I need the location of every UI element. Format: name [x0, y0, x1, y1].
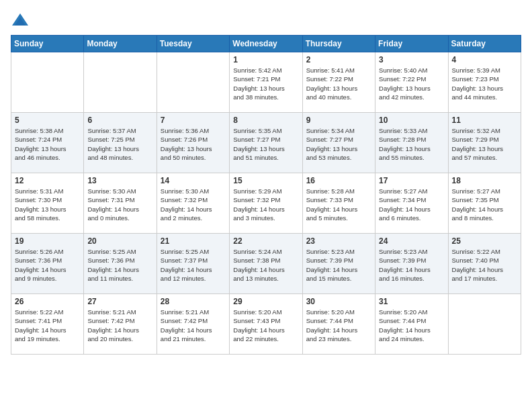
day-number: 22 — [233, 236, 298, 246]
day-info: Sunrise: 5:22 AM Sunset: 7:40 PM Dayligh… — [452, 247, 517, 283]
calendar-cell: 31Sunrise: 5:20 AM Sunset: 7:44 PM Dayli… — [375, 294, 448, 355]
page-header — [11, 11, 521, 30]
calendar-cell: 13Sunrise: 5:30 AM Sunset: 7:31 PM Dayli… — [84, 173, 157, 234]
weekday-header-tuesday: Tuesday — [157, 36, 229, 52]
day-number: 6 — [87, 116, 152, 125]
day-info: Sunrise: 5:32 AM Sunset: 7:29 PM Dayligh… — [452, 126, 517, 162]
day-info: Sunrise: 5:30 AM Sunset: 7:32 PM Dayligh… — [161, 187, 226, 222]
day-info: Sunrise: 5:27 AM Sunset: 7:35 PM Dayligh… — [452, 187, 517, 222]
week-row-3: 12Sunrise: 5:31 AM Sunset: 7:30 PM Dayli… — [11, 173, 521, 234]
weekday-header-wednesday: Wednesday — [230, 36, 302, 52]
day-info: Sunrise: 5:21 AM Sunset: 7:42 PM Dayligh… — [161, 308, 226, 343]
day-info: Sunrise: 5:40 AM Sunset: 7:22 PM Dayligh… — [379, 66, 444, 101]
calendar-cell: 14Sunrise: 5:30 AM Sunset: 7:32 PM Dayli… — [157, 173, 229, 234]
weekday-header-saturday: Saturday — [448, 36, 521, 52]
day-info: Sunrise: 5:34 AM Sunset: 7:27 PM Dayligh… — [306, 126, 371, 162]
day-number: 18 — [452, 176, 517, 185]
calendar-cell: 23Sunrise: 5:23 AM Sunset: 7:39 PM Dayli… — [302, 234, 375, 294]
day-number: 19 — [15, 236, 80, 246]
calendar-cell: 24Sunrise: 5:23 AM Sunset: 7:39 PM Dayli… — [375, 234, 448, 294]
day-number: 14 — [161, 176, 226, 185]
day-info: Sunrise: 5:39 AM Sunset: 7:23 PM Dayligh… — [452, 66, 517, 101]
calendar-cell: 26Sunrise: 5:22 AM Sunset: 7:41 PM Dayli… — [11, 294, 84, 355]
calendar-cell: 29Sunrise: 5:20 AM Sunset: 7:43 PM Dayli… — [230, 294, 302, 355]
day-info: Sunrise: 5:37 AM Sunset: 7:25 PM Dayligh… — [87, 126, 152, 162]
day-info: Sunrise: 5:21 AM Sunset: 7:42 PM Dayligh… — [87, 308, 152, 343]
calendar-cell: 8Sunrise: 5:35 AM Sunset: 7:27 PM Daylig… — [230, 113, 302, 173]
week-row-5: 26Sunrise: 5:22 AM Sunset: 7:41 PM Dayli… — [11, 294, 521, 355]
calendar-cell: 6Sunrise: 5:37 AM Sunset: 7:25 PM Daylig… — [84, 113, 157, 173]
day-number: 10 — [379, 116, 444, 125]
day-number: 2 — [306, 55, 371, 64]
calendar-cell: 12Sunrise: 5:31 AM Sunset: 7:30 PM Dayli… — [11, 173, 84, 234]
day-number: 23 — [306, 236, 371, 246]
week-row-1: 1Sunrise: 5:42 AM Sunset: 7:21 PM Daylig… — [11, 52, 521, 113]
calendar-cell: 3Sunrise: 5:40 AM Sunset: 7:22 PM Daylig… — [375, 52, 448, 113]
day-number: 25 — [452, 236, 517, 246]
day-info: Sunrise: 5:20 AM Sunset: 7:43 PM Dayligh… — [233, 308, 298, 343]
day-number: 24 — [379, 236, 444, 246]
day-info: Sunrise: 5:22 AM Sunset: 7:41 PM Dayligh… — [15, 308, 80, 343]
day-info: Sunrise: 5:25 AM Sunset: 7:36 PM Dayligh… — [87, 247, 152, 283]
calendar-cell: 25Sunrise: 5:22 AM Sunset: 7:40 PM Dayli… — [448, 234, 521, 294]
logo-icon — [11, 11, 30, 30]
calendar-table: SundayMondayTuesdayWednesdayThursdayFrid… — [11, 35, 521, 355]
day-number: 5 — [15, 116, 80, 125]
calendar-cell: 28Sunrise: 5:21 AM Sunset: 7:42 PM Dayli… — [157, 294, 229, 355]
calendar-cell — [84, 52, 157, 113]
weekday-header-thursday: Thursday — [302, 36, 375, 52]
day-number: 4 — [452, 55, 517, 64]
day-info: Sunrise: 5:30 AM Sunset: 7:31 PM Dayligh… — [87, 187, 152, 222]
weekday-header-sunday: Sunday — [11, 36, 84, 52]
day-number: 1 — [233, 55, 298, 64]
day-info: Sunrise: 5:38 AM Sunset: 7:24 PM Dayligh… — [15, 126, 80, 162]
day-number: 31 — [379, 297, 444, 306]
day-number: 27 — [87, 297, 152, 306]
calendar-cell: 19Sunrise: 5:26 AM Sunset: 7:36 PM Dayli… — [11, 234, 84, 294]
day-info: Sunrise: 5:29 AM Sunset: 7:32 PM Dayligh… — [233, 187, 298, 222]
day-info: Sunrise: 5:27 AM Sunset: 7:34 PM Dayligh… — [379, 187, 444, 222]
day-number: 8 — [233, 116, 298, 125]
calendar-cell: 21Sunrise: 5:25 AM Sunset: 7:37 PM Dayli… — [157, 234, 229, 294]
day-number: 20 — [87, 236, 152, 246]
day-number: 7 — [161, 116, 226, 125]
calendar-cell: 4Sunrise: 5:39 AM Sunset: 7:23 PM Daylig… — [448, 52, 521, 113]
day-info: Sunrise: 5:25 AM Sunset: 7:37 PM Dayligh… — [161, 247, 226, 283]
week-row-4: 19Sunrise: 5:26 AM Sunset: 7:36 PM Dayli… — [11, 234, 521, 294]
day-info: Sunrise: 5:42 AM Sunset: 7:21 PM Dayligh… — [233, 66, 298, 101]
day-number: 17 — [379, 176, 444, 185]
calendar-cell: 2Sunrise: 5:41 AM Sunset: 7:22 PM Daylig… — [302, 52, 375, 113]
day-info: Sunrise: 5:31 AM Sunset: 7:30 PM Dayligh… — [15, 187, 80, 222]
day-info: Sunrise: 5:20 AM Sunset: 7:44 PM Dayligh… — [379, 308, 444, 343]
week-row-2: 5Sunrise: 5:38 AM Sunset: 7:24 PM Daylig… — [11, 113, 521, 173]
day-info: Sunrise: 5:33 AM Sunset: 7:28 PM Dayligh… — [379, 126, 444, 162]
day-number: 30 — [306, 297, 371, 306]
day-number: 13 — [87, 176, 152, 185]
calendar-cell — [157, 52, 229, 113]
calendar-cell: 22Sunrise: 5:24 AM Sunset: 7:38 PM Dayli… — [230, 234, 302, 294]
calendar-cell: 17Sunrise: 5:27 AM Sunset: 7:34 PM Dayli… — [375, 173, 448, 234]
day-info: Sunrise: 5:20 AM Sunset: 7:44 PM Dayligh… — [306, 308, 371, 343]
calendar-cell: 7Sunrise: 5:36 AM Sunset: 7:26 PM Daylig… — [157, 113, 229, 173]
logo — [11, 11, 32, 30]
day-number: 15 — [233, 176, 298, 185]
weekday-header-row: SundayMondayTuesdayWednesdayThursdayFrid… — [11, 36, 521, 52]
day-info: Sunrise: 5:23 AM Sunset: 7:39 PM Dayligh… — [379, 247, 444, 283]
weekday-header-friday: Friday — [375, 36, 448, 52]
day-number: 21 — [161, 236, 226, 246]
day-info: Sunrise: 5:28 AM Sunset: 7:33 PM Dayligh… — [306, 187, 371, 222]
weekday-header-monday: Monday — [84, 36, 157, 52]
calendar-cell — [448, 294, 521, 355]
day-info: Sunrise: 5:26 AM Sunset: 7:36 PM Dayligh… — [15, 247, 80, 283]
calendar-cell: 5Sunrise: 5:38 AM Sunset: 7:24 PM Daylig… — [11, 113, 84, 173]
calendar-cell: 20Sunrise: 5:25 AM Sunset: 7:36 PM Dayli… — [84, 234, 157, 294]
calendar-cell: 9Sunrise: 5:34 AM Sunset: 7:27 PM Daylig… — [302, 113, 375, 173]
day-info: Sunrise: 5:41 AM Sunset: 7:22 PM Dayligh… — [306, 66, 371, 101]
calendar-cell: 18Sunrise: 5:27 AM Sunset: 7:35 PM Dayli… — [448, 173, 521, 234]
calendar-cell — [11, 52, 84, 113]
day-number: 12 — [15, 176, 80, 185]
day-number: 29 — [233, 297, 298, 306]
calendar-cell: 30Sunrise: 5:20 AM Sunset: 7:44 PM Dayli… — [302, 294, 375, 355]
day-number: 11 — [452, 116, 517, 125]
day-info: Sunrise: 5:36 AM Sunset: 7:26 PM Dayligh… — [161, 126, 226, 162]
